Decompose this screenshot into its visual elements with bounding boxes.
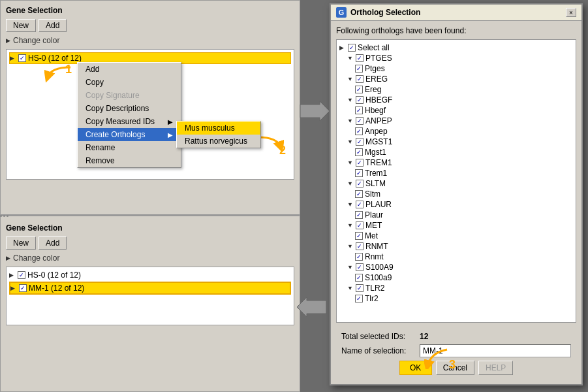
expand-arrow-color[interactable]: ▶ <box>6 37 10 44</box>
menu-item-remove[interactable]: Remove <box>78 154 181 167</box>
expand-ptges: ▼ <box>347 55 354 61</box>
ortho-plaur-parent[interactable]: ▼ PLAUR <box>339 199 573 210</box>
label-ptges: PTGES <box>365 54 392 63</box>
label-met-child: Met <box>365 231 378 240</box>
new-button-bottom[interactable]: New <box>6 237 36 250</box>
ortho-ptges-child[interactable]: Ptges <box>339 63 573 74</box>
ortho-hbegf-child[interactable]: Hbegf <box>339 105 573 116</box>
ortho-met-child[interactable]: Met <box>339 231 573 241</box>
checkbox-sltm-child[interactable] <box>355 190 363 198</box>
checkbox-ereg-child[interactable] <box>355 86 363 93</box>
checkbox-tlr2[interactable] <box>356 284 364 292</box>
menu-item-add[interactable]: Add <box>78 63 181 76</box>
label-trem1: TREM1 <box>365 158 392 167</box>
checkbox-hs0-top[interactable] <box>18 54 26 62</box>
checkbox-hbegf[interactable] <box>356 96 364 104</box>
ortho-anpep-parent[interactable]: ▼ ANPEP <box>339 116 573 126</box>
menu-item-create-orthologs[interactable]: Create Orthologs ▶ <box>78 128 181 141</box>
label-mgst1-child: Mgst1 <box>365 148 386 157</box>
label-hbegf: HBEGF <box>365 95 392 105</box>
ortho-ptges-parent[interactable]: ▼ PTGES <box>339 53 573 63</box>
checkbox-anpep[interactable] <box>356 117 364 125</box>
checkbox-s100a9-child[interactable] <box>355 274 363 282</box>
checkbox-met[interactable] <box>356 221 364 229</box>
ortho-ereg-parent[interactable]: ▼ EREG <box>339 74 573 84</box>
name-label: Name of selection: <box>341 346 420 355</box>
ortho-trem1-child[interactable]: Trem1 <box>339 168 573 178</box>
submenu-mus-musculus[interactable]: Mus musculus <box>177 122 260 135</box>
bottom-tree-item-2[interactable]: ▶ MM-1 (12 of 12) <box>9 282 291 295</box>
hs0-label-bottom: HS-0 (12 of 12) <box>27 270 81 280</box>
expand-anpep: ▼ <box>347 118 354 124</box>
expand-tlr2: ▼ <box>347 285 354 291</box>
menu-item-copy-ids[interactable]: Copy Measured IDs ▶ <box>78 115 181 128</box>
expand-s100a9: ▼ <box>347 264 354 270</box>
label-mgst1: MGST1 <box>365 137 392 146</box>
ortho-sltm-child[interactable]: Sltm <box>339 189 573 199</box>
checkbox-plaur[interactable] <box>356 201 364 208</box>
mm1-label-bottom: MM-1 (12 of 12) <box>29 284 84 293</box>
ortho-met-parent[interactable]: ▼ MET <box>339 220 573 231</box>
checkbox-plaur-child[interactable] <box>355 211 363 219</box>
dialog-body: Following orthologs have been found: ▶ S… <box>331 21 581 384</box>
label-rnmt-child: Rnmt <box>365 252 384 261</box>
help-button[interactable]: HELP <box>478 361 513 375</box>
ortho-hbegf-parent[interactable]: ▼ HBEGF <box>339 95 573 105</box>
checkbox-rnmt-child[interactable] <box>355 253 363 261</box>
checkbox-ereg[interactable] <box>356 75 364 83</box>
checkbox-mgst1-child[interactable] <box>355 148 363 156</box>
checkbox-mm1-bottom[interactable] <box>19 284 27 292</box>
bottom-tree-area: ▶ HS-0 (12 of 12) ▶ MM-1 (12 of 12) <box>6 267 294 325</box>
checkbox-ptges[interactable] <box>356 54 364 62</box>
label-hbegf-child: Hbegf <box>365 106 386 115</box>
submenu-rattus-norvegicus[interactable]: Rattus norvegicus <box>177 135 260 148</box>
ortho-mgst1-parent[interactable]: ▼ MGST1 <box>339 137 573 147</box>
checkbox-anpep-child[interactable] <box>355 127 363 135</box>
checkbox-hbegf-child[interactable] <box>355 106 363 114</box>
checkbox-trem1[interactable] <box>356 159 364 167</box>
checkbox-mgst1[interactable] <box>356 138 364 146</box>
new-button-top[interactable]: New <box>6 19 36 32</box>
add-button-bottom[interactable]: Add <box>39 237 67 250</box>
menu-item-copy[interactable]: Copy <box>78 76 181 89</box>
menu-item-rename[interactable]: Rename <box>78 141 181 154</box>
expand-plaur: ▼ <box>347 201 354 208</box>
select-all-row[interactable]: ▶ Select all <box>339 42 573 53</box>
annotation-num-1: 1 <box>65 63 72 76</box>
ortho-s100a9-child[interactable]: S100a9 <box>339 272 573 283</box>
ortho-tlr2-child[interactable]: Tlr2 <box>339 293 573 304</box>
label-plaur: PLAUR <box>365 200 392 209</box>
ortho-plaur-child[interactable]: Plaur <box>339 210 573 220</box>
ortho-tlr2-parent[interactable]: ▼ TLR2 <box>339 283 573 293</box>
expand-arrow-color-bottom[interactable]: ▶ <box>6 255 10 261</box>
ortho-rnmt-parent[interactable]: ▼ RNMT <box>339 241 573 252</box>
submenu-arrow-orthologs: ▶ <box>168 131 173 139</box>
dialog-close-button[interactable]: × <box>566 8 576 17</box>
checkbox-tlr2-child[interactable] <box>355 295 363 302</box>
expand-mgst1: ▼ <box>347 139 354 145</box>
checkbox-sltm[interactable] <box>356 180 364 188</box>
ortho-ereg-child[interactable]: Ereg <box>339 84 573 95</box>
gene-selection-top-title: Gene Selection <box>6 6 294 15</box>
checkbox-met-child[interactable] <box>355 232 363 240</box>
expand-rnmt: ▼ <box>347 243 354 250</box>
bottom-tree-item-1[interactable]: ▶ HS-0 (12 of 12) <box>9 270 291 280</box>
ortho-rnmt-child[interactable]: Rnmt <box>339 252 573 262</box>
checkbox-trem1-child[interactable] <box>355 169 363 177</box>
label-ereg: EREG <box>365 74 388 84</box>
menu-item-copy-desc[interactable]: Copy Descriptions <box>78 102 181 115</box>
checkbox-hs0-bottom[interactable] <box>18 271 25 279</box>
add-button-top[interactable]: Add <box>39 19 67 32</box>
total-label: Total selected IDs: <box>341 332 420 341</box>
ortho-trem1-parent[interactable]: ▼ TREM1 <box>339 157 573 168</box>
checkbox-rnmt[interactable] <box>356 242 364 250</box>
select-all-checkbox[interactable] <box>348 44 356 52</box>
ortho-mgst1-child[interactable]: Mgst1 <box>339 147 573 157</box>
ortho-anpep-child[interactable]: Anpep <box>339 126 573 137</box>
checkbox-s100a9[interactable] <box>356 263 364 271</box>
checkbox-ptges-child[interactable] <box>355 65 363 73</box>
ortho-sltm-parent[interactable]: ▼ SLTM <box>339 178 573 189</box>
ortho-s100a9-parent[interactable]: ▼ S100A9 <box>339 262 573 272</box>
expand-hbegf: ▼ <box>347 97 354 103</box>
left-arrow <box>297 294 330 314</box>
